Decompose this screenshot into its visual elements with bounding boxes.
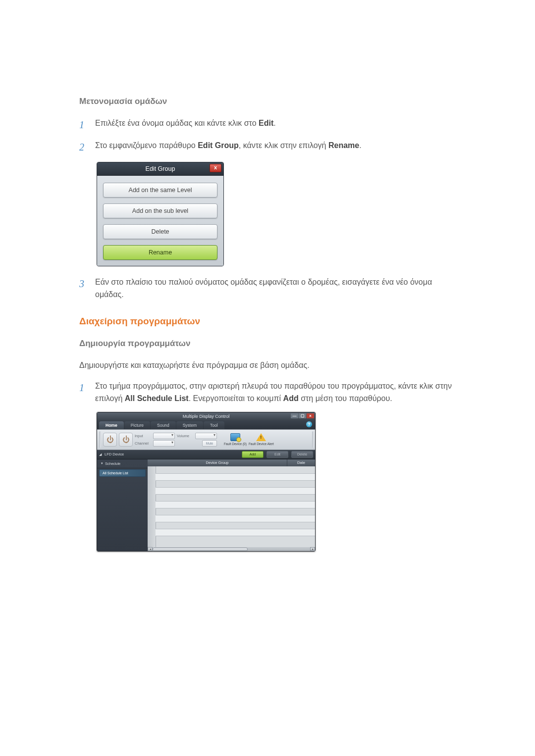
sidebar-item-label: Schedule	[105, 461, 120, 466]
mute-button[interactable]: Mute	[202, 440, 217, 447]
input-label: Input	[135, 434, 152, 438]
step-number: 3	[79, 276, 86, 292]
delete-button[interactable]: Delete	[291, 451, 313, 458]
mdc-title-bar: Multiple Display Control — ▢ x	[97, 412, 315, 420]
channel-combo[interactable]	[153, 440, 175, 447]
mdc-window: Multiple Display Control — ▢ x Home Pict…	[97, 412, 316, 552]
steps-list-1: 1 Επιλέξτε ένα όνομα ομάδας και κάντε κλ…	[79, 117, 456, 155]
text-fragment: .	[273, 119, 275, 127]
step-text: Επιλέξτε ένα όνομα ομάδας και κάντε κλικ…	[95, 117, 456, 130]
step-number: 1	[79, 117, 86, 133]
bold-term: Add	[283, 394, 299, 403]
tab-picture[interactable]: Picture	[124, 421, 150, 429]
chevron-down-icon: ▾	[101, 461, 103, 465]
fault-alert-label: Fault Device Alert	[249, 442, 274, 446]
dialog-title-bar: Edit Group x	[97, 162, 223, 176]
channel-label: Channel	[135, 441, 152, 446]
delete-button[interactable]: Delete	[103, 224, 217, 239]
step-text: Στο εμφανιζόμενο παράθυρο Edit Group, κά…	[95, 140, 456, 152]
grid-header: Device Group Date	[148, 459, 315, 466]
text-fragment: Επιλέξτε ένα όνομα ομάδας και κάντε κλικ…	[95, 119, 259, 127]
sidebar-item-schedule[interactable]: ▾ Schedule	[97, 459, 148, 468]
window-controls: — ▢ x	[291, 413, 314, 418]
paragraph: Δημιουργήστε και καταχωρήστε ένα πρόγραμ…	[79, 359, 456, 372]
bold-term: All Schedule List	[125, 394, 189, 403]
lfd-device-label: LFD Device	[105, 452, 124, 456]
text-fragment: . Ενεργοποιείται το κουμπί	[189, 394, 283, 403]
tab-home[interactable]: Home	[99, 421, 124, 429]
fault-device-indicator[interactable]: Fault Device (0)	[224, 433, 247, 446]
section-heading-rename: Μετονομασία ομάδων	[79, 97, 456, 106]
step-number: 1	[79, 380, 86, 396]
steps-list-1b: 3 Εάν στο πλαίσιο του παλιού ονόματος ομ…	[79, 276, 456, 301]
mdc-body: ▾ Schedule All Schedule List Device Grou…	[97, 459, 315, 551]
mdc-tabs: Home Picture Sound System Tool ?	[97, 420, 315, 429]
mdc-action-bar: ◢ LFD Device Add Edit Delete	[97, 450, 315, 459]
minimize-button[interactable]: —	[291, 413, 298, 418]
tab-system[interactable]: System	[176, 421, 203, 429]
section-heading-schedules: Διαχείριση προγραμμάτων	[79, 316, 456, 327]
scroll-thumb[interactable]	[153, 548, 248, 551]
grid-body: ◂ ▸	[148, 466, 315, 551]
help-button[interactable]: ?	[306, 421, 312, 427]
maximize-button[interactable]: ▢	[299, 413, 306, 418]
section-subheading-create: Δημιουργία προγραμμάτων	[79, 339, 456, 349]
step-text: Εάν στο πλαίσιο του παλιού ονόματος ομάδ…	[95, 276, 456, 301]
step-number: 2	[79, 140, 86, 155]
col-date[interactable]: Date	[287, 459, 315, 466]
dialog-title: Edit Group	[146, 165, 175, 172]
row-header-gutter	[148, 466, 156, 551]
sidebar-item-all-schedule[interactable]: All Schedule List	[99, 469, 146, 477]
text-fragment: στη μέση του παραθύρου.	[299, 394, 392, 403]
mdc-sidebar: ▾ Schedule All Schedule List	[97, 459, 148, 551]
fault-alert-indicator[interactable]: Fault Device Alert	[249, 433, 274, 446]
tab-tool[interactable]: Tool	[204, 421, 224, 429]
text-fragment: , κάντε κλικ στην επιλογή	[239, 141, 328, 150]
chevron-down-icon: ◢	[99, 453, 102, 456]
dialog-body: Add on the same Level Add on the sub lev…	[97, 176, 223, 266]
scroll-left-button[interactable]: ◂	[148, 547, 153, 551]
power-on-button[interactable]: ⏻	[103, 433, 117, 447]
col-device-group[interactable]: Device Group	[148, 459, 287, 466]
bold-term: Edit Group	[198, 141, 239, 150]
monitor-icon	[230, 433, 240, 441]
left-handle[interactable]	[99, 431, 101, 448]
bold-term: Rename	[328, 141, 359, 150]
right-handle[interactable]	[312, 431, 314, 448]
add-same-level-button[interactable]: Add on the same Level	[103, 183, 217, 198]
close-button[interactable]: x	[307, 413, 314, 418]
edit-group-dialog: Edit Group x Add on the same Level Add o…	[97, 162, 224, 266]
text-fragment: .	[359, 141, 361, 150]
mdc-title: Multiple Display Control	[183, 414, 230, 419]
bold-term: Edit	[259, 119, 273, 127]
step-text: Στο τμήμα προγράμματος, στην αριστερή πλ…	[95, 380, 456, 405]
mdc-toolbar: ⏻ ⏻ Input Channel Volume	[97, 429, 315, 450]
mdc-main: Device Group Date	[148, 459, 315, 551]
power-off-button[interactable]: ⏻	[119, 433, 133, 447]
input-channel-group: Input Channel	[135, 433, 175, 447]
add-button[interactable]: Add	[242, 451, 264, 458]
volume-spinner[interactable]	[195, 433, 217, 439]
scroll-right-button[interactable]: ▸	[310, 547, 315, 551]
steps-list-2: 1 Στο τμήμα προγράμματος, στην αριστερή …	[79, 380, 456, 405]
warning-icon	[256, 433, 266, 441]
volume-label: Volume	[177, 434, 194, 438]
close-button[interactable]: x	[210, 164, 221, 172]
volume-group: Volume Mute	[177, 433, 217, 447]
add-sub-level-button[interactable]: Add on the sub level	[103, 203, 217, 218]
edit-button[interactable]: Edit	[267, 451, 288, 458]
horizontal-scrollbar[interactable]: ◂ ▸	[148, 547, 315, 551]
input-combo[interactable]	[153, 433, 175, 439]
text-fragment: Στο εμφανιζόμενο παράθυρο	[95, 141, 198, 150]
rename-button[interactable]: Rename	[103, 245, 217, 260]
tab-sound[interactable]: Sound	[151, 421, 176, 429]
fault-device-label: Fault Device (0)	[224, 442, 247, 446]
